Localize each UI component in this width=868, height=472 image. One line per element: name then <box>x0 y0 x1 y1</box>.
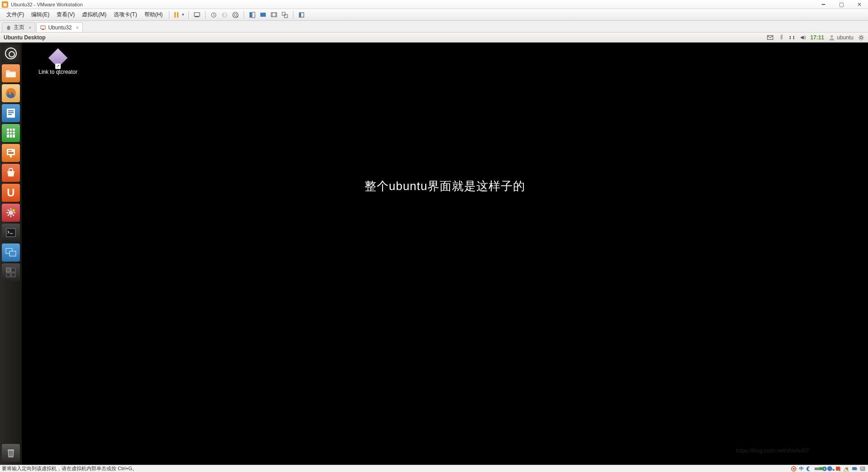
launcher-trash[interactable] <box>2 444 20 462</box>
svg-point-31 <box>12 209 15 212</box>
menu-file[interactable]: 文件(F) <box>3 9 28 20</box>
launcher-files[interactable] <box>2 64 20 82</box>
tab-ubuntu32[interactable]: Ubuntu32 × <box>36 22 82 32</box>
launcher-workspace-switcher[interactable] <box>2 263 20 281</box>
svg-rect-28 <box>8 152 14 154</box>
menu-view[interactable]: 查看(V) <box>53 9 78 20</box>
launcher-settings[interactable] <box>2 204 20 222</box>
annotation-text: 整个ubuntu界面就是这样子的 <box>364 178 526 194</box>
vmware-app-icon: ▣ <box>2 1 8 8</box>
svg-rect-36 <box>11 268 15 272</box>
launcher-dash[interactable] <box>2 44 20 62</box>
panel-title: Ubuntu Desktop <box>4 34 767 41</box>
home-icon <box>6 25 11 30</box>
status-moon-icon[interactable] <box>806 466 812 472</box>
launcher-displays[interactable] <box>2 243 20 262</box>
toolbar-separator <box>205 11 206 19</box>
fullscreen-button[interactable] <box>269 10 278 19</box>
console-view-button[interactable] <box>248 10 257 19</box>
svg-rect-25 <box>7 129 15 138</box>
svg-rect-35 <box>6 268 10 272</box>
svg-point-5 <box>234 14 237 16</box>
qtcreator-icon: ↗ <box>49 49 67 67</box>
unity-launcher: U <box>0 43 22 465</box>
toolbar-separator <box>244 11 244 19</box>
maximize-button[interactable]: ▢ <box>834 1 848 8</box>
send-ctrl-alt-del-button[interactable] <box>192 10 201 19</box>
sound-icon[interactable] <box>800 34 806 41</box>
launcher-firefox[interactable] <box>2 84 20 102</box>
svg-rect-24 <box>8 114 12 115</box>
tab-home[interactable]: 主页 × <box>2 22 35 32</box>
clock[interactable]: 17:11 <box>810 34 825 41</box>
svg-point-18 <box>860 36 862 38</box>
tray-icon[interactable] <box>834 465 841 472</box>
svg-point-17 <box>831 35 833 37</box>
svg-rect-34 <box>10 251 16 256</box>
launcher-ubuntu-one[interactable]: U <box>2 184 20 202</box>
svg-rect-1 <box>195 16 199 17</box>
mail-indicator-icon[interactable] <box>767 34 773 41</box>
desktop-icon-label: Link to qtcreator <box>31 69 85 75</box>
tab-close-icon[interactable]: × <box>76 25 78 30</box>
user-indicator[interactable]: ubuntu <box>829 34 854 41</box>
svg-rect-37 <box>6 273 10 277</box>
session-gear-icon[interactable] <box>858 34 864 41</box>
tray-icon[interactable] <box>851 465 857 472</box>
launcher-software-center[interactable] <box>2 164 20 182</box>
ime-label[interactable]: 中 <box>798 466 805 472</box>
vmware-status-bar: 要将输入定向到该虚拟机，请在虚拟机内部单击或按 Ctrl+G。 中 <box>0 465 868 472</box>
toolbar-separator <box>293 11 293 19</box>
menu-help[interactable]: 帮助(H) <box>141 9 167 20</box>
svg-rect-39 <box>8 449 14 451</box>
menu-tabs[interactable]: 选项卡(T) <box>110 9 140 20</box>
launcher-terminal[interactable] <box>2 224 20 242</box>
status-tools-icon[interactable] <box>791 466 797 472</box>
svg-rect-0 <box>194 13 200 16</box>
network-icon[interactable] <box>789 34 795 41</box>
svg-rect-38 <box>11 273 15 277</box>
vmware-titlebar: ▣ Ubuntu32 - VMware Workstation ━ ▢ ✕ <box>0 0 868 9</box>
menu-vm[interactable]: 虚拟机(M) <box>78 9 110 20</box>
tray-icon[interactable] <box>859 465 865 472</box>
window-controls: ━ ▢ ✕ <box>816 1 866 8</box>
snapshot-revert-button[interactable] <box>220 10 229 19</box>
tray-icon[interactable] <box>843 465 849 472</box>
panel-indicators: 17:11 ubuntu <box>767 34 864 41</box>
svg-rect-7 <box>252 12 255 18</box>
desktop-icon-qtcreator[interactable]: ↗ Link to qtcreator <box>31 49 85 75</box>
launcher-impress[interactable] <box>2 144 20 162</box>
vmware-menubar: 文件(F) 编辑(E) 查看(V) 虚拟机(M) 选项卡(T) 帮助(H) ▼ <box>0 9 868 21</box>
view-single-button[interactable] <box>259 10 268 19</box>
snapshot-button[interactable] <box>209 10 218 19</box>
svg-rect-27 <box>8 150 12 151</box>
svg-rect-55 <box>836 467 840 471</box>
minimize-button[interactable]: ━ <box>816 1 830 8</box>
tray-icon[interactable] <box>818 465 825 472</box>
pause-vm-button[interactable]: ▼ <box>173 12 185 18</box>
launcher-writer[interactable] <box>2 104 20 122</box>
menu-edit[interactable]: 编辑(E) <box>28 9 53 20</box>
vm-display-area[interactable]: U ↗ Link to qtcreator 整个ubuntu界面就是这样子的 h… <box>0 43 868 465</box>
vm-icon <box>40 25 46 30</box>
svg-rect-23 <box>8 112 14 113</box>
svg-rect-13 <box>299 13 301 17</box>
library-button[interactable] <box>297 10 306 19</box>
svg-rect-57 <box>860 467 864 470</box>
user-icon <box>829 34 835 41</box>
launcher-calc[interactable] <box>2 124 20 142</box>
close-button[interactable]: ✕ <box>853 1 866 8</box>
tray-icon[interactable] <box>826 465 833 472</box>
toolbar-separator <box>188 11 189 19</box>
ubuntu-desktop[interactable]: ↗ Link to qtcreator 整个ubuntu界面就是这样子的 <box>22 43 868 465</box>
svg-rect-29 <box>10 155 12 157</box>
username-label: ubuntu <box>837 34 854 41</box>
tab-close-icon[interactable]: × <box>29 25 31 30</box>
svg-rect-14 <box>41 26 45 29</box>
unity-mode-button[interactable] <box>280 10 289 19</box>
svg-rect-15 <box>42 29 44 30</box>
snapshot-manager-button[interactable] <box>231 10 240 19</box>
bluetooth-icon[interactable] <box>778 34 784 41</box>
svg-rect-9 <box>271 13 277 17</box>
svg-rect-6 <box>249 12 252 18</box>
